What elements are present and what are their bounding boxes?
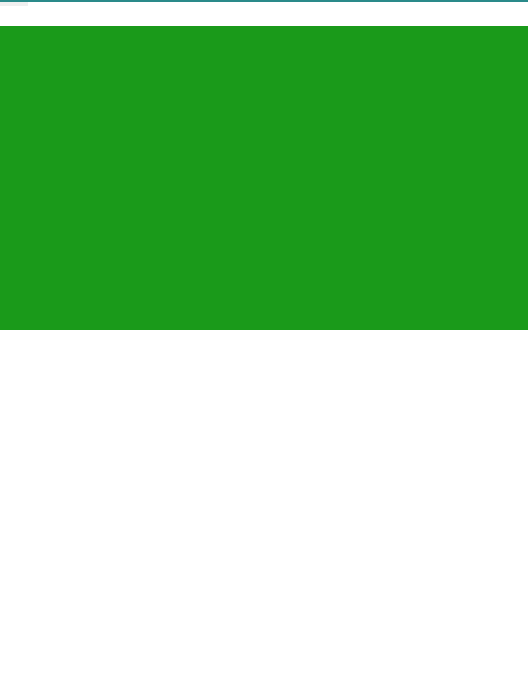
robot-field-panel: [0, 16, 528, 330]
field-title: [0, 16, 528, 26]
line-number-gutter: [0, 2, 28, 6]
robot-field: [0, 26, 528, 330]
code-editor[interactable]: [0, 0, 528, 6]
code-area[interactable]: [28, 2, 36, 6]
